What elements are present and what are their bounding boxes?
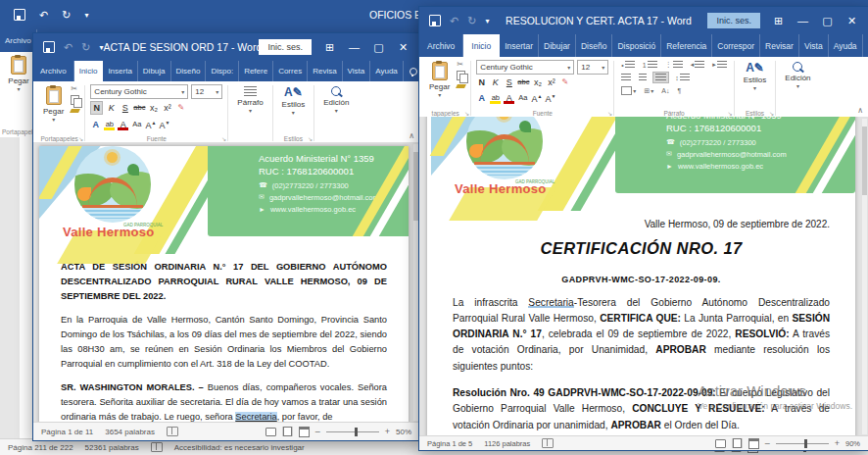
grow-font-button[interactable]: A▲ — [531, 90, 542, 105]
grow-font-button[interactable]: A▲ — [145, 117, 156, 131]
customize-qat-icon[interactable]: ▾ — [84, 11, 88, 20]
font-size-combobox[interactable]: 12▾ — [191, 84, 222, 99]
zoom-level[interactable]: 50% — [396, 428, 411, 436]
subscript-button[interactable]: x₂ — [148, 102, 159, 114]
titlebar-resolucion[interactable]: ↶ ↻ ▾ RESOLUCION Y CERT. ACTA 17 - Word … — [419, 7, 868, 34]
print-layout-button[interactable] — [732, 438, 743, 448]
styles-button[interactable]: A✎ Estilos ▾ — [740, 60, 771, 92]
underline-button[interactable]: S — [120, 102, 130, 114]
redo-icon[interactable]: ↻ — [62, 9, 71, 22]
close-button[interactable]: ✕ — [840, 7, 864, 34]
clipboard-dialog-launcher[interactable]: ↘ — [464, 110, 469, 117]
proofing-errors-icon[interactable] — [151, 442, 163, 452]
text-effects-button[interactable]: A — [476, 92, 487, 104]
shading-button[interactable]: ▾ — [619, 85, 638, 96]
tab-dibujar[interactable]: Dibuja — [138, 61, 171, 81]
font-dialog-launcher[interactable]: ↘ — [607, 110, 612, 117]
page-indicator[interactable]: Página 1 de 11 — [41, 428, 93, 436]
paragraph-button[interactable]: Párrafo ▾ — [233, 84, 266, 115]
tab-insertar[interactable]: Insertar — [500, 34, 539, 57]
font-dialog-launcher[interactable]: ↘ — [221, 135, 226, 142]
paragraph-dialog-launcher[interactable]: ↘ — [728, 110, 733, 117]
read-mode-button[interactable] — [715, 438, 726, 448]
tab-ayuda[interactable]: Ayuda — [370, 61, 404, 81]
tab-disposicion[interactable]: Dispo: — [206, 61, 239, 81]
format-painter-icon[interactable] — [456, 84, 466, 88]
accessibility-status[interactable]: Accesibilidad: es necesario investigar — [174, 443, 305, 452]
change-case-button[interactable]: Aa — [131, 119, 142, 130]
tab-vista[interactable]: Vista — [343, 61, 371, 81]
styles-dialog-launcher[interactable]: ↘ — [308, 135, 313, 142]
sign-in-button[interactable]: Inic. ses. — [707, 13, 760, 28]
tell-me-button[interactable]: ¿Qué des — [404, 61, 419, 81]
shrink-font-button[interactable]: A▼ — [159, 117, 169, 131]
zoom-out-icon[interactable]: – — [765, 438, 770, 448]
zoom-slider[interactable] — [776, 443, 829, 444]
editing-button[interactable]: Edición ▾ — [319, 84, 353, 115]
line-spacing-button[interactable]: ↕ — [673, 73, 692, 82]
redo-icon[interactable]: ↻ — [467, 15, 476, 27]
sign-in-button[interactable]: Inic. ses. — [259, 39, 312, 55]
tab-referencias[interactable]: Referencia — [661, 34, 712, 57]
sort-button[interactable]: A↓ — [659, 86, 671, 95]
read-mode-button[interactable] — [265, 427, 276, 436]
tab-correspondencia[interactable]: Corres — [273, 61, 308, 81]
tab-dibujar[interactable]: Dibujar — [539, 34, 576, 57]
zoom-slider-thumb[interactable] — [355, 428, 358, 436]
text-effects-button[interactable]: A — [90, 119, 101, 130]
font-name-combobox[interactable]: Century Gothic▾ — [476, 60, 574, 75]
word-count[interactable]: 3654 palabras — [105, 428, 155, 436]
ribbon-display-options-icon[interactable]: ⊞ — [766, 7, 791, 34]
maximize-button[interactable]: ▢ — [366, 33, 391, 61]
web-layout-button[interactable] — [748, 438, 759, 448]
minimize-button[interactable]: — — [342, 33, 366, 61]
editing-button[interactable]: Edición ▾ — [781, 60, 814, 90]
save-icon[interactable] — [14, 9, 25, 21]
show-formatting-marks-button[interactable]: ¶ — [675, 86, 683, 95]
styles-button[interactable]: A✎ Estilos ▾ — [278, 84, 310, 117]
save-icon[interactable] — [43, 41, 55, 53]
save-icon[interactable] — [429, 15, 441, 26]
italic-button[interactable]: K — [490, 76, 501, 88]
copy-icon[interactable] — [457, 71, 465, 80]
justify-button[interactable] — [652, 72, 669, 83]
minimize-button[interactable]: — — [791, 7, 815, 34]
word-count[interactable]: 52361 palabras — [85, 443, 139, 452]
tab-insertar[interactable]: Inserta — [103, 61, 137, 81]
tab-correspondencia[interactable]: Correspor — [712, 34, 760, 57]
undo-icon[interactable]: ↶ — [39, 9, 48, 22]
tell-me-button[interactable]: ¿Qué des — [863, 34, 868, 57]
zoom-in-icon[interactable]: + — [385, 427, 390, 436]
close-button[interactable]: ✕ — [391, 33, 415, 61]
numbering-button[interactable]: 1 — [641, 60, 659, 70]
decrease-indent-button[interactable]: ◂ — [689, 60, 707, 70]
collapse-ribbon-icon[interactable]: ∧ — [409, 131, 414, 140]
borders-button[interactable]: ⊞▾ — [642, 86, 655, 96]
italic-button[interactable]: K — [106, 102, 117, 114]
underline-button[interactable]: S — [504, 76, 514, 88]
vertical-scrollbar[interactable] — [862, 119, 867, 434]
zoom-slider[interactable] — [326, 431, 379, 432]
document-page-acta[interactable]: Valle Hermoso GAD PARROQUIAL Acuerdo Min… — [39, 146, 409, 423]
tab-archivo[interactable]: Archivo — [419, 34, 463, 57]
tab-diseno[interactable]: Diseño — [576, 34, 612, 57]
paste-button[interactable]: Pegar ▾ — [39, 84, 68, 124]
tab-inicio[interactable]: Inicio — [463, 34, 500, 57]
copy-icon[interactable] — [71, 95, 79, 105]
zoom-slider-thumb[interactable] — [804, 439, 807, 448]
proofing-errors-icon[interactable] — [542, 438, 554, 448]
scrollbar-thumb[interactable] — [862, 126, 867, 195]
page-indicator[interactable]: Página 1 de 5 — [427, 439, 472, 448]
align-left-button[interactable] — [619, 73, 633, 82]
print-layout-button[interactable] — [282, 427, 293, 436]
maximize-button[interactable]: ▢ — [815, 7, 840, 34]
highlight-color-button[interactable]: ab — [490, 92, 501, 104]
zoom-level[interactable]: 90% — [845, 439, 860, 448]
ribbon-display-options-icon[interactable]: ⊞ — [317, 33, 342, 61]
multilevel-list-button[interactable]: ⋮ — [663, 60, 685, 70]
page-indicator[interactable]: Página 211 de 222 — [8, 443, 73, 452]
redo-icon[interactable]: ↻ — [81, 41, 90, 54]
cut-icon[interactable]: ✂ — [457, 60, 465, 69]
subscript-button[interactable]: x₂ — [532, 76, 543, 88]
highlight-color-button[interactable]: ab — [104, 119, 115, 130]
